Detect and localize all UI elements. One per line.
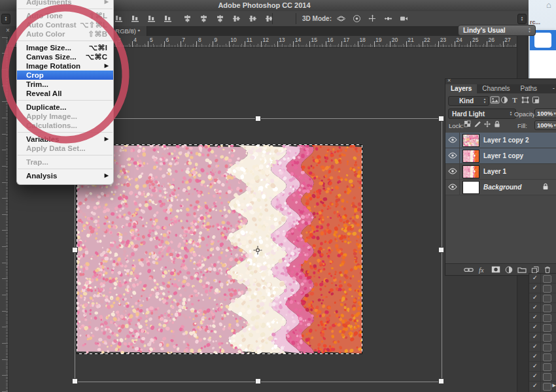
transform-handle[interactable]: [438, 116, 444, 122]
layer-row-background[interactable]: Background: [445, 180, 556, 195]
transform-handle[interactable]: [72, 378, 78, 384]
adjustment-layer-icon[interactable]: [505, 266, 513, 274]
hidden-stepper-left[interactable]: ▲▼: [1, 14, 10, 24]
align-left-icon[interactable]: [183, 14, 192, 23]
menu-item-trim[interactable]: Trim...: [17, 80, 113, 89]
panel-menu-icon[interactable]: -: [553, 84, 556, 93]
menu-item-variables[interactable]: Variables▶: [17, 135, 113, 144]
align-top-icon[interactable]: [232, 14, 241, 23]
layer-thumbnail[interactable]: [462, 165, 479, 178]
distribute-bottom-icon[interactable]: [147, 14, 156, 23]
action-check-icon[interactable]: ✓: [532, 274, 538, 281]
eye-icon[interactable]: [448, 137, 457, 143]
transform-handle[interactable]: [438, 247, 444, 253]
action-row[interactable]: ✓: [529, 352, 556, 362]
lock-position-icon[interactable]: [483, 120, 491, 128]
type-layer-filter-icon[interactable]: T: [511, 96, 519, 104]
layer-thumbnail[interactable]: [462, 181, 479, 194]
action-check-icon[interactable]: ✓: [532, 382, 538, 389]
action-row[interactable]: ✓: [529, 274, 556, 284]
action-row[interactable]: ✓: [529, 362, 556, 372]
hidden-stepper-right[interactable]: ▲▼: [517, 14, 527, 24]
shape-layer-filter-icon[interactable]: [521, 96, 529, 104]
action-dialog-toggle[interactable]: [543, 324, 551, 332]
opacity-value-field[interactable]: 100% ▼: [534, 108, 556, 118]
action-dialog-toggle[interactable]: [543, 383, 551, 391]
menu-item-crop[interactable]: Crop: [17, 71, 113, 80]
action-check-icon[interactable]: ✓: [532, 343, 538, 350]
action-dialog-toggle[interactable]: [543, 304, 551, 312]
action-check-icon[interactable]: ✓: [532, 333, 538, 340]
layer-row-layer-1[interactable]: Layer 1: [445, 164, 556, 180]
action-check-icon[interactable]: ✓: [532, 323, 538, 330]
eye-icon[interactable]: [448, 168, 457, 174]
lock-paint-icon[interactable]: [474, 120, 481, 128]
kind-filter-dropdown[interactable]: Kind ▲▼: [448, 96, 489, 106]
eye-icon[interactable]: [448, 184, 457, 190]
layer-name[interactable]: Layer 1: [483, 168, 506, 175]
adjustment-layer-filter-icon[interactable]: [500, 96, 508, 104]
action-check-icon[interactable]: ✓: [532, 353, 538, 359]
transform-handle[interactable]: [438, 378, 444, 384]
layer-name[interactable]: Layer 1 copy: [483, 152, 523, 159]
action-dialog-toggle[interactable]: [543, 275, 551, 283]
action-check-icon[interactable]: ✓: [532, 294, 538, 301]
action-check-icon[interactable]: ✓: [532, 372, 538, 379]
home-icon[interactable]: ⌂: [546, 0, 551, 10]
drag-3d-icon[interactable]: [368, 14, 377, 23]
action-dialog-toggle[interactable]: [543, 363, 551, 371]
distribute-top-icon[interactable]: [114, 14, 123, 23]
transform-handle[interactable]: [255, 378, 261, 384]
preset-dropdown[interactable]: Lindy's Usual ▲▼: [458, 25, 536, 36]
action-row[interactable]: ✓: [529, 323, 556, 333]
action-row[interactable]: ✓: [529, 372, 556, 382]
menu-item-reveal-all[interactable]: Reveal All: [17, 89, 113, 98]
canvas-artwork[interactable]: [77, 144, 362, 354]
lock-all-icon[interactable]: [493, 120, 501, 128]
action-dialog-toggle[interactable]: [543, 334, 551, 342]
align-right-icon[interactable]: [216, 14, 224, 23]
action-row[interactable]: ✓▶: [529, 382, 556, 391]
roll-3d-icon[interactable]: [353, 14, 361, 23]
tab-layers[interactable]: Layers: [445, 84, 477, 93]
action-row[interactable]: ✓: [529, 313, 556, 323]
action-row[interactable]: ✓: [529, 303, 556, 313]
layer-name[interactable]: Layer 1 copy 2: [483, 137, 529, 144]
zoom-3d-icon[interactable]: [400, 14, 408, 23]
eye-icon[interactable]: [448, 152, 457, 159]
action-row[interactable]: ✓: [529, 284, 556, 293]
layer-thumbnail[interactable]: [462, 134, 479, 147]
action-check-icon[interactable]: ✓: [532, 304, 538, 310]
menu-item-canvas-size[interactable]: Canvas Size...⌥⌘C: [17, 52, 113, 61]
menu-item-image-rotation[interactable]: Image Rotation▶: [17, 61, 113, 71]
distribute-vcenter-icon[interactable]: [131, 14, 139, 23]
menu-item-image-size[interactable]: Image Size...⌥⌘I: [17, 43, 113, 52]
close-panel-icon[interactable]: ×: [447, 77, 451, 84]
edit-compose-button[interactable]: [534, 33, 551, 48]
transform-handle[interactable]: [72, 247, 78, 253]
fill-value-field[interactable]: 100% ▼: [534, 120, 556, 130]
distribute-height-icon[interactable]: [164, 14, 172, 23]
slide-3d-icon[interactable]: [384, 14, 392, 23]
action-row[interactable]: ✓: [529, 342, 556, 352]
align-vcenter-icon[interactable]: [249, 14, 257, 23]
orbit-3d-icon[interactable]: [337, 14, 345, 23]
action-dialog-toggle[interactable]: [543, 285, 551, 293]
blend-mode-dropdown[interactable]: Hard Light ▲▼: [448, 108, 516, 119]
layer-row-layer-1-copy-2[interactable]: Layer 1 copy 2: [445, 133, 556, 148]
action-check-icon[interactable]: ✓: [532, 314, 538, 320]
action-check-icon[interactable]: ✓: [532, 363, 538, 369]
layer-row-layer-1-copy[interactable]: Layer 1 copy: [445, 148, 556, 164]
layer-thumbnail[interactable]: [462, 150, 479, 163]
smart-object-filter-icon[interactable]: [532, 96, 540, 104]
pixel-layer-filter-icon[interactable]: [490, 96, 500, 104]
menu-item-duplicate[interactable]: Duplicate...: [17, 103, 113, 112]
expand-arrow-icon[interactable]: ▶: [553, 383, 556, 388]
tab-channels[interactable]: Channels: [477, 84, 515, 93]
layer-style-icon[interactable]: fx: [478, 266, 487, 274]
layer-mask-icon[interactable]: [491, 266, 500, 273]
close-tab-icon[interactable]: ×: [6, 27, 10, 34]
action-dialog-toggle[interactable]: [543, 353, 551, 361]
action-dialog-toggle[interactable]: [543, 344, 551, 351]
delete-layer-icon[interactable]: [544, 266, 551, 274]
